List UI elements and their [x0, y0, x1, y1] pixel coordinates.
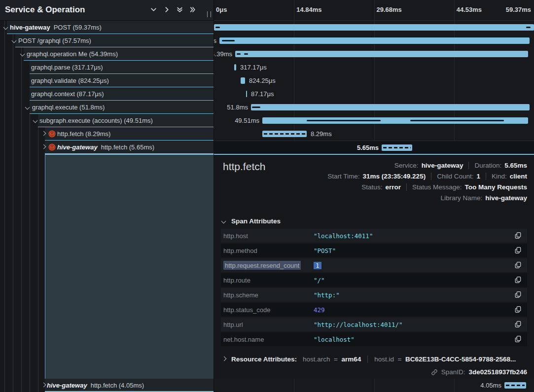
meta-label: Duration:	[474, 162, 501, 169]
tree-row[interactable]: http.fetch (8.29ms)	[0, 127, 214, 141]
meta-item: Service: hive-gateway	[394, 162, 463, 169]
operation-name: http.fetch (8.29ms)	[57, 130, 110, 138]
duration-bar[interactable]	[262, 131, 307, 137]
attribute-row[interactable]: http.status_code 429	[221, 303, 527, 317]
copy-icon[interactable]	[513, 261, 522, 269]
chevron-icon[interactable]	[4, 25, 9, 30]
attribute-key: http.url	[223, 321, 314, 328]
chevron-icon[interactable]	[41, 132, 46, 137]
copy-icon[interactable]	[513, 247, 522, 254]
attribute-row[interactable]: http.url "http://localhost:4011/"	[221, 318, 527, 331]
copy-icon[interactable]	[513, 291, 522, 299]
timeline-row[interactable]: 317.17μs	[214, 61, 534, 74]
duration-bar[interactable]	[234, 64, 236, 71]
chevron-icon[interactable]	[21, 52, 26, 57]
attribute-row[interactable]: http.host "localhost:4011"	[221, 229, 527, 243]
operation-name: graphql.parse (317.17μs)	[31, 64, 103, 71]
duration-bar[interactable]	[382, 144, 412, 151]
tree-row[interactable]: graphql.operation Me (54.39ms)	[0, 47, 214, 61]
chevron-icon[interactable]	[34, 118, 38, 123]
service-name: hive-gateway	[47, 382, 87, 389]
timeline-row[interactable]: 4.05ms	[214, 379, 534, 392]
copy-icon[interactable]	[513, 321, 522, 328]
child-span-mark	[222, 40, 235, 41]
span-id-row: SpanID: 3de02518937fb246	[431, 368, 527, 376]
tree-row[interactable]: graphql.execute (51.8ms)	[0, 101, 214, 114]
expand-all-icon[interactable]	[188, 6, 197, 14]
span-attributes-title: Span Attributes	[231, 217, 281, 225]
timeline-bottom-row-slot: 4.05ms	[214, 379, 534, 392]
copy-icon[interactable]	[513, 306, 522, 314]
tree-row[interactable]: POST /graphql (57.57ms)	[0, 34, 214, 47]
attribute-value: 1	[314, 262, 513, 269]
timeline-row[interactable]: 57.57ms	[214, 34, 534, 47]
meta-item: Child Count: 1	[431, 173, 480, 180]
duration-bar[interactable]	[262, 117, 528, 124]
meta-value: 1	[476, 173, 480, 180]
copy-icon[interactable]	[513, 335, 522, 343]
span-label: http.fetch (8.29ms)	[57, 130, 110, 138]
child-span-mark	[237, 53, 241, 55]
tree-row[interactable]: hive-gatewayPOST (59.37ms)	[0, 21, 214, 34]
chevron-icon[interactable]	[41, 145, 46, 150]
duration-label: 824.25μs	[249, 77, 276, 84]
timeline-row[interactable]	[214, 21, 534, 34]
span-attributes-header[interactable]: Span Attributes	[222, 217, 281, 225]
attribute-row[interactable]: http.request.resend_count 1	[221, 258, 527, 272]
timeline-row[interactable]: 49.51ms	[214, 114, 534, 127]
meta-item: Status: error	[361, 183, 401, 191]
timeline-row[interactable]: 54.39ms	[214, 47, 534, 61]
meta-value: hive-gateway	[485, 194, 527, 202]
duration-label: 5.65ms	[357, 144, 379, 151]
tree-row[interactable]: graphql.parse (317.17μs)	[0, 61, 214, 74]
chevron-icon[interactable]	[12, 38, 17, 43]
duration-bar[interactable]	[214, 24, 534, 31]
timeline-row[interactable]: 51.8ms	[214, 101, 534, 114]
duration-bar[interactable]	[504, 382, 526, 389]
duration-bar[interactable]	[241, 77, 245, 84]
collapse-all-icon[interactable]	[175, 6, 184, 14]
attribute-row[interactable]: net.host.name "localhost"	[221, 332, 527, 346]
link-icon[interactable]	[431, 369, 438, 376]
panel-divider[interactable]	[214, 0, 214, 392]
tree-row[interactable]: graphql.context (87.17μs)	[0, 87, 214, 101]
timeline-row[interactable]: 5.65ms	[214, 141, 534, 154]
tree-row[interactable]: hive-gatewayhttp.fetch (5.65ms)	[0, 141, 214, 154]
span-detail-panel: http.fetch Service: hive-gateway Duratio…	[214, 154, 534, 379]
attribute-row[interactable]: http.method "POST"	[221, 244, 527, 257]
timeline-row[interactable]: 8.29ms	[214, 127, 534, 141]
tree-row[interactable]: hive-gatewayhttp.fetch (4.05ms)	[0, 379, 214, 392]
tree-row[interactable]: subgraph.execute (accounts) (49.51ms)	[0, 114, 214, 127]
timeline-row[interactable]: 87.17μs	[214, 87, 534, 101]
service-name: hive-gateway	[57, 143, 98, 151]
collapse-one-icon[interactable]	[149, 6, 158, 14]
attribute-row[interactable]: http.route "/"	[221, 273, 527, 287]
duration-bar[interactable]	[246, 91, 247, 97]
equals-sign: =	[396, 356, 403, 363]
tree-row[interactable]: graphql.validate (824.25μs)	[0, 74, 214, 87]
timeline-row[interactable]: 824.25μs	[214, 74, 534, 87]
child-span-mark	[410, 120, 504, 121]
panel-resize-handle[interactable]	[207, 11, 211, 17]
duration-bar[interactable]	[251, 104, 530, 110]
attribute-row[interactable]: http.scheme "http:"	[221, 288, 527, 302]
span-tree: hive-gatewayPOST (59.37ms) POST /graphql…	[0, 21, 214, 154]
duration-bar[interactable]	[235, 51, 528, 57]
span-detail-title: http.fetch	[223, 161, 265, 173]
copy-icon[interactable]	[513, 276, 522, 284]
chevron-icon[interactable]	[26, 105, 31, 110]
copy-icon[interactable]	[513, 232, 522, 240]
meta-item: Library Name: hive-gateway	[440, 194, 527, 202]
selected-span-region	[45, 154, 214, 379]
resource-attributes-row[interactable]: Resource Attributes: host.arch = arm64 h…	[222, 354, 527, 364]
child-span-mark	[252, 107, 260, 108]
meta-item: Duration: 5.65ms	[468, 162, 527, 169]
operation-name: http.fetch (5.65ms)	[101, 143, 154, 151]
resource-attribute: host.id = BC62E13B-C4CC-5854-9788-2568..…	[367, 356, 516, 363]
expand-one-icon[interactable]	[162, 6, 171, 14]
chevron-icon[interactable]	[41, 383, 46, 388]
ruler-tick: 44.53ms	[457, 6, 482, 13]
span-label: graphql.parse (317.17μs)	[31, 64, 103, 71]
duration-label: 4.05ms	[480, 382, 501, 389]
duration-bar[interactable]	[219, 37, 530, 44]
